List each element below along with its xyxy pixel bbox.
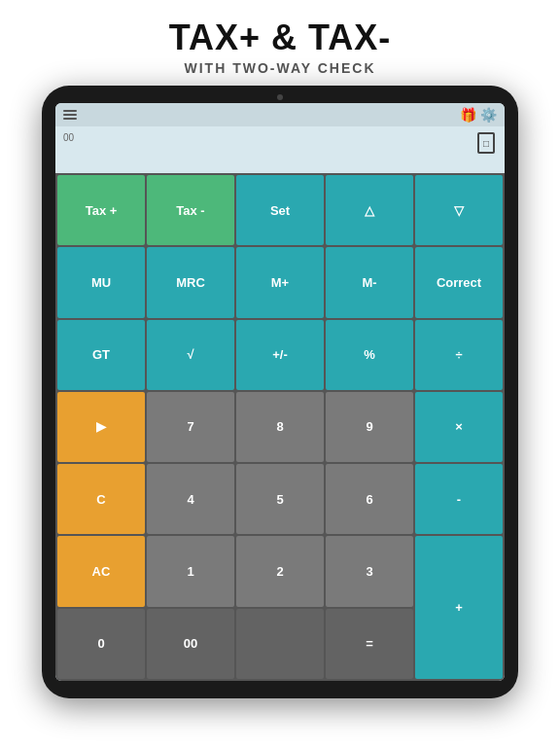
add-button[interactable]: + (415, 536, 503, 679)
five-button[interactable]: 5 (236, 464, 324, 534)
topbar-right: 🎁 ⚙️ (460, 107, 497, 123)
divide-button[interactable]: ÷ (415, 320, 503, 390)
settings-icon[interactable]: ⚙️ (480, 107, 497, 123)
menu-icon[interactable] (63, 110, 77, 120)
tax-minus-button[interactable]: Tax - (147, 175, 234, 245)
subtract-button[interactable]: - (415, 464, 503, 534)
m-plus-button[interactable]: M+ (236, 247, 324, 317)
one-button[interactable]: 1 (147, 536, 234, 606)
display-icon: □ (477, 132, 495, 154)
three-button[interactable]: 3 (326, 536, 413, 606)
percent-button[interactable]: % (326, 320, 413, 390)
arrow-right-button[interactable]: ▶ (57, 392, 145, 462)
tablet-camera (277, 94, 283, 100)
page-header: TAX+ & TAX- WITH TWO-WAY CHECK (0, 0, 560, 86)
four-button[interactable]: 4 (147, 464, 234, 534)
clear-button[interactable]: C (57, 464, 145, 534)
up-arrow-button[interactable]: △ (326, 175, 413, 245)
display-label: 00 (63, 132, 74, 143)
gift-icon[interactable]: 🎁 (460, 107, 476, 123)
gt-button[interactable]: GT (57, 320, 145, 390)
tax-plus-button[interactable]: Tax + (57, 175, 145, 245)
two-button[interactable]: 2 (236, 536, 324, 606)
correct-button[interactable]: Correct (415, 247, 503, 317)
seven-button[interactable]: 7 (147, 392, 234, 462)
mu-button[interactable]: MU (57, 247, 145, 317)
topbar-left (63, 110, 77, 120)
zero-button[interactable]: 0 (57, 609, 145, 679)
set-button[interactable]: Set (236, 175, 324, 245)
tablet-screen: 🎁 ⚙️ 00 □ Tax + Tax - Set △ ▽ MU MRC M+ … (55, 103, 505, 681)
multiply-button[interactable]: × (415, 392, 503, 462)
page-title: TAX+ & TAX- (0, 18, 560, 58)
all-clear-button[interactable]: AC (57, 536, 145, 606)
six-button[interactable]: 6 (326, 464, 413, 534)
sqrt-button[interactable]: √ (147, 320, 234, 390)
plus-minus-button[interactable]: +/- (236, 320, 324, 390)
equals-button[interactable]: = (326, 609, 413, 679)
calc-grid: Tax + Tax - Set △ ▽ MU MRC M+ M- Correct… (55, 173, 505, 681)
down-arrow-button[interactable]: ▽ (415, 175, 503, 245)
eight-button[interactable]: 8 (236, 392, 324, 462)
display-area: 00 □ (55, 126, 505, 173)
empty-button (236, 609, 324, 679)
double-zero-button[interactable]: 00 (147, 609, 234, 679)
m-minus-button[interactable]: M- (326, 247, 413, 317)
screen-topbar: 🎁 ⚙️ (55, 103, 505, 126)
tablet-frame: 🎁 ⚙️ 00 □ Tax + Tax - Set △ ▽ MU MRC M+ … (42, 86, 518, 698)
nine-button[interactable]: 9 (326, 392, 413, 462)
mrc-button[interactable]: MRC (147, 247, 234, 317)
page-subtitle: WITH TWO-WAY CHECK (0, 60, 560, 76)
